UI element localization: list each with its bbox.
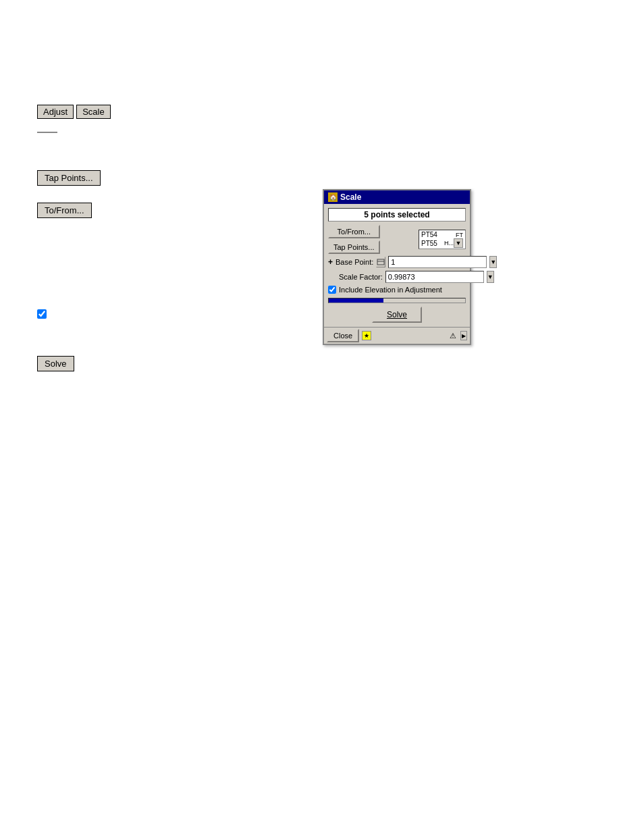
toolbar: Adjust Scale xyxy=(37,105,111,119)
close-dialog-button[interactable]: Close xyxy=(327,329,359,342)
pts-line1: PT54 xyxy=(421,231,456,238)
include-elevation-row: Include Elevation in Adjustment xyxy=(328,286,466,294)
base-point-row: + Base Point: ▼ xyxy=(328,256,466,268)
scale-dialog: 🏠 Scale 5 points selected To/From... Tap… xyxy=(323,189,471,345)
pts-suffix2: H... xyxy=(444,240,454,246)
svg-rect-0 xyxy=(377,259,384,265)
dialog-body: 5 points selected To/From... Tap Points.… xyxy=(324,204,470,327)
include-elevation-dialog-checkbox[interactable] xyxy=(328,286,336,294)
pts-line2: PT55 xyxy=(421,240,444,247)
tap-points-dialog-button[interactable]: Tap Points... xyxy=(328,240,380,254)
base-point-icon xyxy=(376,257,385,267)
to-from-button[interactable]: To/From... xyxy=(37,203,92,218)
warning-icon: ⚠ xyxy=(448,331,458,340)
dialog-title: Scale xyxy=(340,192,361,202)
dialog-titlebar: 🏠 Scale xyxy=(324,190,470,204)
scroll-icon[interactable]: ▶ xyxy=(460,331,467,340)
to-from-dialog-button[interactable]: To/From... xyxy=(328,225,380,238)
tap-points-button[interactable]: Tap Points... xyxy=(37,170,101,186)
pts-row-2: PT55 H... ▼ xyxy=(421,238,463,248)
dialog-title-icon: 🏠 xyxy=(328,192,338,202)
solve-button[interactable]: Solve xyxy=(37,356,74,371)
toolbar-divider xyxy=(37,132,57,133)
points-selected-label: 5 points selected xyxy=(328,208,466,221)
progress-bar xyxy=(328,298,466,303)
include-elevation-checkbox[interactable] xyxy=(37,309,47,319)
base-point-input[interactable] xyxy=(388,256,487,268)
pts-suffix1: FT xyxy=(456,232,463,238)
pts-display: PT54 FT PT55 H... ▼ xyxy=(419,230,466,249)
pts-dropdown-button[interactable]: ▼ xyxy=(454,238,463,248)
adjust-button[interactable]: Adjust xyxy=(37,105,74,119)
scale-factor-label: Scale Factor: xyxy=(339,273,383,281)
include-elevation-dialog-label: Include Elevation in Adjustment xyxy=(339,286,442,294)
scale-factor-dropdown[interactable]: ▼ xyxy=(487,271,494,283)
button-row: To/From... Tap Points... PT54 FT PT55 H.… xyxy=(328,225,466,254)
solve-dialog-button[interactable]: Solve xyxy=(372,307,422,323)
star-icon[interactable]: ★ xyxy=(362,331,371,340)
scale-factor-input[interactable] xyxy=(385,271,484,283)
pts-row-1: PT54 FT xyxy=(421,231,463,238)
dialog-footer: Close ★ ⚠ ▶ xyxy=(324,327,470,344)
scale-button[interactable]: Scale xyxy=(76,105,111,119)
base-point-dropdown[interactable]: ▼ xyxy=(489,256,497,268)
base-point-label: Base Point: xyxy=(336,258,373,266)
include-elevation-checkbox-area xyxy=(37,309,47,319)
base-point-plus: + xyxy=(328,257,333,267)
scale-factor-row: Scale Factor: ▼ xyxy=(328,271,466,283)
